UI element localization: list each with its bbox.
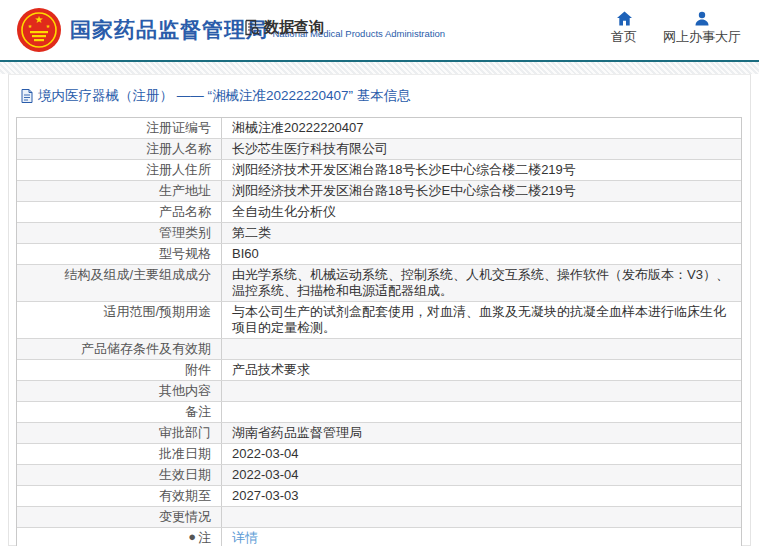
row-value: 详情 [222,528,741,546]
row-value: 产品技术要求 [222,360,741,380]
row-value: 第二类 [222,223,741,243]
document-icon [21,89,33,103]
table-row: 管理类别第二类 [17,223,741,244]
table-row: 注册人名称长沙芯生医疗科技有限公司 [17,139,741,160]
nav-online-hall[interactable]: 网上办事大厅 [663,11,741,46]
note-icon: ● [188,529,196,545]
row-label: 生产地址 [17,181,222,201]
nav-home-label: 首页 [611,28,637,46]
row-value: 湘械注准20222220407 [222,118,741,138]
row-label: 批准日期 [17,444,222,464]
breadcrumb: 境内医疗器械（注册） —— “湘械注准20222220407” 基本信息 [9,75,750,115]
row-value: 2027-03-03 [222,486,741,506]
china-national-emblem-icon: ★ ★ ★ [16,7,62,53]
row-label: 管理类别 [17,223,222,243]
svg-text:★: ★ [35,14,44,25]
data-query-label: 数据查询 [264,18,324,37]
row-value [222,339,741,359]
table-row: 有效期至2027-03-03 [17,486,741,507]
row-value [222,507,741,527]
nav-home[interactable]: 首页 [611,11,637,46]
row-label: 结构及组成/主要组成成分 [17,265,222,301]
row-value: 浏阳经济技术开发区湘台路18号长沙E中心综合楼二楼219号 [222,160,741,180]
row-value [222,381,741,401]
row-label: 附件 [17,360,222,380]
table-row: 备注 [17,402,741,423]
row-label: 有效期至 [17,486,222,506]
detail-link[interactable]: 详情 [232,530,258,545]
home-icon [616,11,633,26]
row-label: 审批部门 [17,423,222,443]
row-value: 由光学系统、机械运动系统、控制系统、人机交互系统、操作软件（发布版本：V3）、温… [222,265,741,301]
row-label: ●注 [17,528,222,546]
header-nav: 首页 网上办事大厅 [611,11,741,46]
table-row: 型号规格BI60 [17,244,741,265]
table-row: 批准日期2022-03-04 [17,444,741,465]
row-label: 变更情况 [17,507,222,527]
table-row: 产品储存条件及有效期 [17,339,741,360]
table-row: 生效日期2022-03-04 [17,465,741,486]
row-label: 产品名称 [17,202,222,222]
row-value: 2022-03-04 [222,465,741,485]
row-value: 与本公司生产的试剂盒配套使用，对血清、血浆及无凝块的抗凝全血样本进行临床生化项目… [222,302,741,338]
row-label: 适用范围/预期用途 [17,302,222,338]
site-logo[interactable]: ★ ★ ★ 国家药品监督管理局 National Medical Product… [16,7,445,53]
svg-text:★: ★ [46,23,51,29]
svg-text:★: ★ [28,23,33,29]
row-value: 湖南省药品监督管理局 [222,423,741,443]
info-table: 注册证编号湘械注准20222220407注册人名称长沙芯生医疗科技有限公司注册人… [16,117,742,546]
row-value: 2022-03-04 [222,444,741,464]
decorative-strip [0,62,759,74]
user-icon [694,11,710,26]
table-row: 生产地址浏阳经济技术开发区湘台路18号长沙E中心综合楼二楼219号 [17,181,741,202]
row-label: 产品储存条件及有效期 [17,339,222,359]
table-row: 附件产品技术要求 [17,360,741,381]
data-query-tab[interactable]: 数据查询 [243,18,324,37]
table-row: 结构及组成/主要组成成分由光学系统、机械运动系统、控制系统、人机交互系统、操作软… [17,265,741,302]
site-title-cn: 国家药品监督管理局 [70,18,268,41]
row-label: 注册人名称 [17,139,222,159]
table-row: ●注详情 [17,528,741,546]
document-search-icon [243,19,260,36]
row-label: 备注 [17,402,222,422]
table-row: 产品名称全自动生化分析仪 [17,202,741,223]
row-value: BI60 [222,244,741,264]
row-label: 注册人住所 [17,160,222,180]
site-header: ★ ★ ★ 国家药品监督管理局 National Medical Product… [0,0,759,62]
nav-online-hall-label: 网上办事大厅 [663,28,741,46]
row-value: 浏阳经济技术开发区湘台路18号长沙E中心综合楼二楼219号 [222,181,741,201]
table-row: 适用范围/预期用途与本公司生产的试剂盒配套使用，对血清、血浆及无凝块的抗凝全血样… [17,302,741,339]
row-value: 全自动生化分析仪 [222,202,741,222]
row-value [222,402,741,422]
row-label: 型号规格 [17,244,222,264]
row-label: 注册证编号 [17,118,222,138]
content-panel: 境内医疗器械（注册） —— “湘械注准20222220407” 基本信息 注册证… [8,74,751,546]
row-label: 其他内容 [17,381,222,401]
table-row: 其他内容 [17,381,741,402]
breadcrumb-text: 境内医疗器械（注册） —— “湘械注准20222220407” 基本信息 [38,87,411,105]
row-label: 生效日期 [17,465,222,485]
table-row: 变更情况 [17,507,741,528]
table-row: 审批部门湖南省药品监督管理局 [17,423,741,444]
table-row: 注册人住所浏阳经济技术开发区湘台路18号长沙E中心综合楼二楼219号 [17,160,741,181]
row-value: 长沙芯生医疗科技有限公司 [222,139,741,159]
table-row: 注册证编号湘械注准20222220407 [17,118,741,139]
